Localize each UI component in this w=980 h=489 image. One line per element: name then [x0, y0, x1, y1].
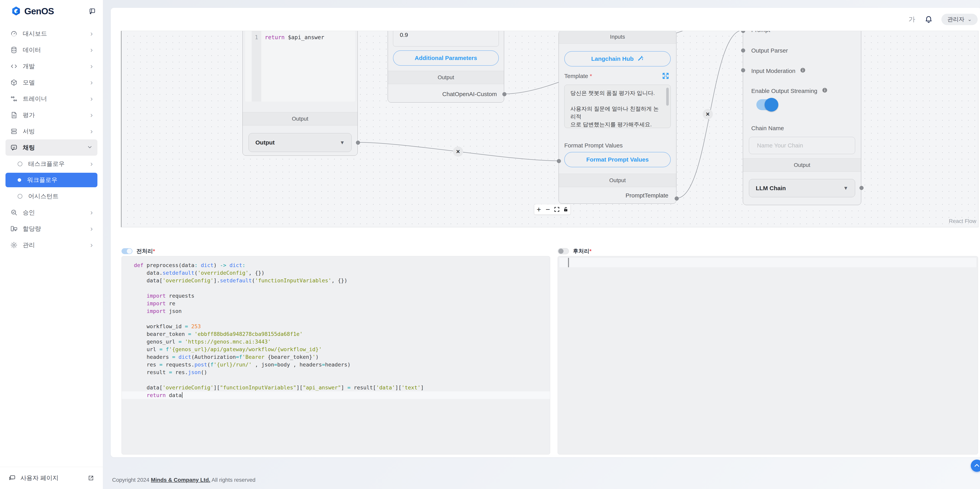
- font-size-button[interactable]: 가: [908, 15, 915, 24]
- sidebar-item-workflow[interactable]: 워크플로우: [5, 173, 97, 187]
- chain-name-input[interactable]: Name Your Chain: [749, 137, 855, 154]
- node-prompt-template[interactable]: Inputs Langchain Hub Template * 당신은 챗봇의 …: [558, 31, 676, 204]
- chevron-right-icon: ›: [91, 209, 93, 216]
- output-variable-select[interactable]: Output ▼: [248, 133, 352, 152]
- devices-icon: [10, 225, 18, 233]
- sidebar-item-label: 어시스턴트: [28, 192, 59, 201]
- output-section-header: Output: [559, 174, 676, 187]
- node-custom-function[interactable]: 1 return $api_answer Output Output ▼: [242, 31, 358, 156]
- zoom-out-button[interactable]: −: [543, 204, 552, 215]
- preprocess-code-editor[interactable]: def preprocess(data: dict) -> dict: data…: [121, 256, 550, 454]
- sidebar-item-approval[interactable]: 승인 ›: [5, 204, 97, 221]
- sidebar-item-label: 관리: [23, 241, 35, 249]
- node-code-editor[interactable]: 1 return $api_answer: [245, 31, 355, 102]
- select-arrow-icon: ▼: [340, 140, 345, 146]
- sidebar-item-taskflow[interactable]: 태스크플로우 ›: [5, 156, 97, 172]
- postprocess-code-editor[interactable]: [558, 256, 978, 454]
- app-title: GenOS: [24, 6, 54, 16]
- sidebar-nav: 대시보드 › 데이터 › 개발 › 모델 › 트레이너 › 평가 ›: [0, 25, 103, 467]
- preprocess-code: def preprocess(data: dict) -> dict: data…: [122, 256, 550, 399]
- preprocess-toggle[interactable]: [121, 248, 132, 254]
- sidebar-item-trainer[interactable]: 트레이너 ›: [5, 91, 97, 107]
- chain-name-placeholder: Name Your Chain: [757, 142, 803, 149]
- additional-parameters-button[interactable]: Additional Parameters: [393, 50, 499, 66]
- format-prompt-values-button[interactable]: Format Prompt Values: [564, 152, 671, 167]
- code-line: return $api_answer: [265, 34, 324, 41]
- chevron-down-icon: ⌄: [967, 16, 972, 22]
- company-link[interactable]: Minds & Company Ltd.: [151, 477, 210, 483]
- template-label: Template *: [564, 73, 592, 80]
- output-section-header: Output: [388, 71, 504, 84]
- lock-button[interactable]: [562, 204, 570, 215]
- bullet-circle-icon: [18, 194, 22, 199]
- edge-delete-button[interactable]: ×: [703, 109, 713, 119]
- handle-prompttemplate-output[interactable]: [675, 196, 679, 201]
- textarea-scrollbar-thumb[interactable]: [666, 88, 669, 106]
- profile-menu-button[interactable]: 관리자 ⌄: [942, 14, 978, 25]
- streaming-toggle[interactable]: [756, 99, 778, 110]
- output-section-header: Output: [743, 158, 861, 172]
- workflow-canvas[interactable]: 1 return $api_answer Output Output ▼ 0.9…: [121, 31, 978, 227]
- notifications-bell-icon[interactable]: [924, 15, 933, 24]
- template-textarea[interactable]: 당신은 챗봇의 품질 평가자 입니다. 사용자의 질문에 얼마나 친절하게 논리…: [564, 85, 671, 128]
- input-moderation-label: Input Moderation: [751, 67, 806, 75]
- sidebar-item-serving[interactable]: 서빙 ›: [5, 123, 97, 139]
- handle-output-parser-input[interactable]: [741, 48, 745, 53]
- select-arrow-icon: ▼: [843, 185, 848, 191]
- sidebar-item-chat[interactable]: 채팅: [5, 139, 97, 156]
- sidebar-item-data[interactable]: 데이터 ›: [5, 42, 97, 58]
- sidebar-item-dashboard[interactable]: 대시보드 ›: [5, 25, 97, 42]
- external-link-icon: [88, 475, 94, 481]
- chevron-right-icon: ›: [91, 242, 93, 248]
- info-icon[interactable]: [800, 67, 806, 75]
- enable-output-streaming-label: Enable Output Streaming: [751, 87, 828, 95]
- node-llm-chain[interactable]: Prompt Output Parser Input Moderation En…: [743, 31, 861, 205]
- expand-icon[interactable]: [662, 72, 670, 81]
- chevron-down-icon: [87, 144, 93, 151]
- sidebar-item-dev[interactable]: 개발 ›: [5, 58, 97, 74]
- sidebar-item-assistant[interactable]: 어시스턴트: [5, 188, 97, 204]
- output-handle-label: ChatOpenAI-Custom: [442, 91, 497, 97]
- preprocess-label: 전처리*: [137, 247, 155, 255]
- sidebar-item-admin[interactable]: 관리 ›: [5, 237, 97, 253]
- sidebar-item-quota[interactable]: 할당량 ›: [5, 221, 97, 237]
- user-page-label: 사용자 페이지: [21, 474, 59, 482]
- user-page-link[interactable]: 사용자 페이지: [0, 467, 103, 489]
- gauge-icon: [10, 30, 18, 37]
- sidebar-item-label: 데이터: [23, 46, 41, 54]
- shuffle-icon: [10, 95, 18, 102]
- handle-prompt-values-input[interactable]: [557, 159, 561, 163]
- chevron-right-icon: ›: [91, 95, 93, 102]
- output-section-header: Output: [243, 112, 358, 126]
- zoom-in-button[interactable]: +: [534, 204, 543, 215]
- sidebar-item-label: 모델: [23, 78, 35, 87]
- handle-chatopenai-output[interactable]: [502, 92, 506, 96]
- edge-delete-button[interactable]: ×: [453, 147, 463, 157]
- chain-name-label: Chain Name: [751, 125, 784, 132]
- preprocess-toggle-row: 전처리*: [121, 247, 155, 255]
- sidebar-item-eval[interactable]: 평가 ›: [5, 107, 97, 123]
- handle-code-output[interactable]: [356, 140, 360, 145]
- chevron-right-icon: ›: [91, 46, 93, 54]
- node-chat-openai[interactable]: 0.9 Additional Parameters Output ChatOpe…: [388, 31, 504, 102]
- handle-input-moderation-input[interactable]: [741, 68, 745, 72]
- postprocess-label: 후처리*: [573, 247, 592, 255]
- langchain-hub-button[interactable]: Langchain Hub: [564, 51, 671, 67]
- handle-llmchain-output[interactable]: [859, 186, 864, 190]
- postprocess-toggle[interactable]: [558, 248, 569, 254]
- sidebar-item-model[interactable]: 모델 ›: [5, 74, 97, 91]
- toggle-knob: [765, 98, 778, 111]
- output-handle-label: PromptTemplate: [626, 192, 668, 199]
- chain-type-select[interactable]: LLM Chain ▼: [749, 179, 855, 197]
- magic-wand-icon: [637, 55, 644, 63]
- sidebar-collapse-icon[interactable]: [89, 8, 96, 15]
- fit-view-button[interactable]: [552, 204, 562, 215]
- react-flow-attribution[interactable]: React Flow: [949, 218, 976, 224]
- format-prompt-values-label: Format Prompt Values: [564, 142, 623, 149]
- chat-square-icon: [9, 475, 16, 481]
- scroll-to-top-button[interactable]: [971, 460, 980, 472]
- temperature-input[interactable]: 0.9: [393, 31, 499, 46]
- sidebar-item-label: 개발: [23, 62, 35, 70]
- report-icon: [10, 111, 18, 119]
- info-icon[interactable]: [822, 87, 828, 95]
